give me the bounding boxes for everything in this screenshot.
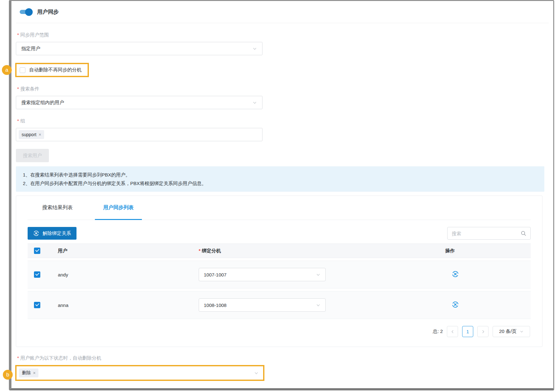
highlight-box-a: 自动删除不再同步的分机 [15, 63, 89, 77]
tab-search-results[interactable]: 搜索结果列表 [34, 196, 81, 220]
section-header: 用户同步 [16, 1, 549, 23]
row-checkbox[interactable] [34, 302, 40, 308]
auto-delete-checkbox[interactable] [20, 67, 25, 73]
row-unbind-icon[interactable] [452, 301, 459, 309]
page-size-value: 20 条/页 [499, 329, 516, 335]
column-user: 用户 [55, 243, 196, 258]
next-page-button[interactable] [477, 326, 488, 337]
row-unbind-icon[interactable] [452, 270, 459, 279]
sync-scope-select[interactable]: 指定用户 [16, 42, 262, 55]
unbind-button[interactable]: 解除绑定关系 [28, 227, 76, 240]
highlight-box-b: 删除 × [15, 365, 264, 381]
page-size-select[interactable]: 20 条/页 [493, 326, 530, 337]
extension-value: 1008-1008 [204, 302, 227, 308]
row-checkbox[interactable] [34, 271, 40, 278]
search-users-button[interactable]: 搜索用户 [16, 149, 49, 162]
page-content: 用户同步 同步用户范围 指定用户 自动删除不再同步的分机 搜索条件 搜索指定组内… [11, 1, 553, 381]
tag-close-icon[interactable]: × [33, 370, 36, 375]
page-title: 用户同步 [37, 8, 59, 16]
column-extension: 绑定分机 [199, 248, 221, 253]
user-sync-table: 用户 绑定分机 操作 andy 1007-1007 [28, 241, 531, 322]
tab-bar: 搜索结果列表 用户同步列表 [28, 196, 531, 220]
table-row: andy 1007-1007 [28, 261, 531, 289]
table-row: anna 1008-1008 [28, 291, 531, 319]
tag-close-icon[interactable]: × [39, 132, 41, 137]
table-header-row: 用户 绑定分机 操作 [28, 243, 531, 258]
annotation-badge-b: b [3, 370, 13, 380]
pagination: 总: 2 1 20 条/页 [28, 326, 530, 337]
toolbar: 解除绑定关系 [28, 227, 531, 240]
group-tag: support × [19, 130, 44, 139]
table-search-input[interactable] [452, 231, 521, 236]
status-tag-text: 删除 [22, 370, 31, 376]
info-line-1: 1、在搜索结果列表中选择需要同步到PBX的用户。 [23, 170, 537, 179]
chevron-down-icon [252, 46, 257, 51]
extension-value: 1007-1007 [204, 272, 227, 277]
search-condition-value: 搜索指定组内的用户 [21, 100, 64, 106]
sync-scope-label: 同步用户范围 [17, 32, 549, 38]
group-tag-input[interactable]: support × [16, 128, 262, 141]
chevron-down-icon [254, 371, 259, 375]
annotation-badge-a: a [2, 65, 12, 75]
pagination-total: 总: 2 [433, 329, 443, 335]
user-sync-toggle[interactable] [20, 10, 32, 14]
extension-select[interactable]: 1007-1007 [199, 268, 326, 281]
unbind-button-label: 解除绑定关系 [43, 230, 71, 236]
user-cell: anna [55, 291, 196, 319]
sync-scope-value: 指定用户 [21, 46, 40, 52]
search-condition-select[interactable]: 搜索指定组内的用户 [16, 96, 262, 109]
status-tag: 删除 × [19, 369, 38, 377]
window-frame: 用户同步 同步用户范围 指定用户 自动删除不再同步的分机 搜索条件 搜索指定组内… [9, 0, 554, 390]
status-select[interactable]: 删除 × [17, 366, 263, 380]
toggle-thumb-icon [25, 8, 33, 16]
auto-delete-checkbox-label: 自动删除不再同步的分机 [29, 67, 82, 73]
chevron-down-icon [316, 303, 321, 308]
group-label: 组 [17, 118, 549, 124]
unbind-icon [33, 230, 39, 236]
chevron-down-icon [316, 272, 321, 277]
extension-select[interactable]: 1008-1008 [199, 298, 326, 312]
chevron-right-icon [481, 329, 485, 334]
tab-user-sync-list[interactable]: 用户同步列表 [95, 196, 142, 220]
sync-list-card: 搜索结果列表 用户同步列表 解除绑定关系 用户 [16, 196, 542, 347]
chevron-down-icon [520, 329, 524, 334]
prev-page-button[interactable] [447, 326, 458, 337]
group-tag-text: support [22, 132, 37, 137]
select-all-checkbox[interactable] [34, 248, 40, 254]
info-box: 1、在搜索结果列表中选择需要同步到PBX的用户。 2、在用户同步列表中配置用户与… [16, 166, 544, 192]
search-icon[interactable] [521, 231, 526, 236]
page-number-button[interactable]: 1 [462, 326, 473, 337]
chevron-down-icon [252, 100, 257, 105]
column-operation: 操作 [443, 243, 531, 258]
table-search-box [447, 227, 531, 240]
chevron-left-icon [450, 329, 455, 334]
info-line-2: 2、在用户同步列表中配置用户与分机的绑定关系，PBX将根据绑定关系同步用户信息。 [23, 179, 537, 188]
auto-delete-status-label: 用户账户为以下状态时，自动删除分机 [17, 355, 549, 361]
search-condition-label: 搜索条件 [17, 86, 549, 92]
user-cell: andy [55, 261, 196, 289]
